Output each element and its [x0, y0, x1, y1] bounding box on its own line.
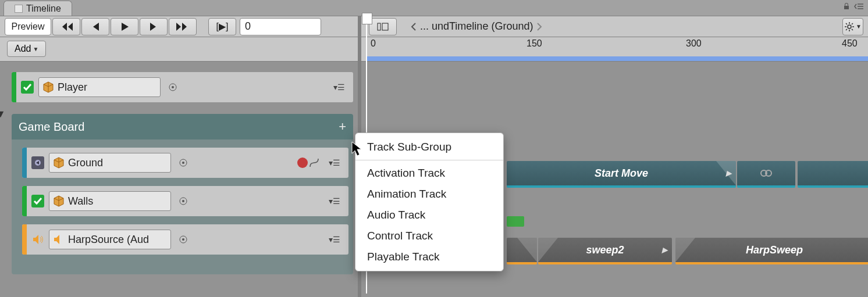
group-add-button[interactable]: +	[339, 119, 346, 134]
clip-loop-section[interactable]	[737, 161, 795, 188]
walls-binding-field[interactable]: Walls	[49, 191, 171, 211]
ruler-tick-0: 0	[371, 38, 376, 49]
ground-binding-label: Ground	[68, 157, 103, 169]
menu-animation-track[interactable]: Animation Track	[355, 184, 503, 205]
clip-play-icon: ▶	[726, 169, 731, 177]
menu-control-track[interactable]: Control Track	[355, 226, 503, 246]
track-menu-icon[interactable]: ▾☰	[333, 83, 345, 92]
play-button[interactable]	[111, 18, 138, 35]
gameobject-cube-icon	[42, 81, 54, 93]
binding-picker-icon[interactable]	[168, 82, 178, 92]
svg-rect-1	[382, 23, 388, 30]
clip-play-icon: ▶	[662, 246, 667, 254]
clip-sweep2-label: sweep2	[586, 244, 624, 256]
menu-separator	[355, 160, 503, 160]
binding-picker-icon[interactable]	[178, 158, 188, 168]
preview-label: Preview	[12, 22, 45, 32]
animation-track-icon[interactable]	[30, 155, 45, 170]
timeline-mode-button[interactable]	[369, 18, 397, 35]
play-icon	[120, 22, 129, 31]
curves-icon[interactable]	[309, 158, 319, 168]
mouse-cursor-icon	[351, 141, 364, 157]
menu-activation-track[interactable]: Activation Track	[355, 163, 503, 184]
settings-button[interactable]: ▼	[842, 18, 863, 35]
chevron-down-icon: ▼	[856, 23, 862, 30]
lock-icon[interactable]	[842, 2, 851, 10]
group-foldout-icon[interactable]: ▼	[0, 108, 6, 120]
svg-point-14	[182, 238, 184, 241]
goto-end-button[interactable]	[169, 18, 197, 35]
add-track-context-menu: Track Sub-Group Activation Track Animati…	[355, 133, 504, 271]
tab-bar: Timeline	[0, 0, 868, 16]
chevron-right-icon	[536, 22, 542, 31]
clip-activation[interactable]	[507, 216, 524, 227]
audio-track-icon[interactable]	[30, 232, 45, 247]
breadcrumb-label: ... undTimeline (Ground)	[420, 20, 533, 33]
skip-start-icon	[60, 22, 73, 31]
track-group-gameboard[interactable]: Game Board +	[12, 114, 353, 139]
menu-playable-track[interactable]: Playable Track	[355, 246, 503, 267]
window-menu-icon[interactable]	[854, 2, 863, 10]
prev-frame-button[interactable]	[81, 18, 109, 35]
menu-track-subgroup[interactable]: Track Sub-Group	[355, 137, 503, 158]
preview-button[interactable]: Preview	[5, 18, 51, 35]
step-fwd-icon	[149, 22, 158, 31]
svg-point-5	[172, 86, 174, 88]
next-frame-button[interactable]	[140, 18, 168, 35]
svg-point-9	[182, 162, 184, 164]
clip-sweep2[interactable]: sweep2 ▶	[538, 238, 672, 264]
binding-picker-icon[interactable]	[178, 234, 188, 245]
player-binding-field[interactable]: Player	[38, 77, 161, 97]
timeline-tab-icon	[15, 5, 23, 13]
frame-field[interactable]: 0	[240, 18, 321, 35]
menu-audio-track[interactable]: Audio Track	[355, 205, 503, 226]
binding-picker-icon[interactable]	[178, 196, 188, 206]
breadcrumb[interactable]: ... undTimeline (Ground)	[411, 20, 542, 33]
track-ground[interactable]: Ground ▾☰	[22, 148, 348, 178]
walls-binding-label: Walls	[68, 195, 93, 207]
frame-value: 0	[245, 20, 251, 33]
gameobject-cube-icon	[53, 195, 65, 207]
ground-binding-field[interactable]: Ground	[49, 153, 171, 173]
play-range-button[interactable]: [▶]	[208, 18, 236, 35]
clip-teal-3[interactable]	[798, 161, 868, 188]
svg-point-12	[182, 200, 184, 202]
clip-harpsweep[interactable]: HarpSweep	[675, 238, 868, 264]
track-player[interactable]: Player ▾☰	[12, 72, 353, 102]
chevron-down-icon: ▼	[33, 46, 38, 52]
clip-audio-stub[interactable]	[507, 238, 537, 264]
loop-icon	[760, 167, 773, 180]
track-color-audio	[22, 224, 27, 255]
gear-icon	[844, 22, 855, 32]
tab-bar-misc	[842, 2, 863, 10]
frames-mode-icon	[376, 22, 389, 31]
goto-start-button[interactable]	[52, 18, 80, 35]
timeline-tab[interactable]: Timeline	[3, 1, 72, 16]
track-color-animation	[22, 148, 27, 178]
clip-fade-icon	[517, 238, 537, 262]
track-walls[interactable]: Walls ▾☰	[22, 186, 348, 216]
activation-toggle-icon[interactable]	[20, 80, 35, 95]
clip-fade-icon	[538, 238, 558, 262]
ruler-tick-150: 150	[527, 38, 542, 49]
record-button[interactable]	[297, 158, 308, 168]
step-back-icon	[91, 22, 100, 31]
timeline-tab-label: Timeline	[26, 3, 61, 14]
harp-binding-field[interactable]: HarpSource (Aud	[49, 230, 171, 249]
time-ruler[interactable]: 0 150 300 450	[358, 37, 868, 62]
track-menu-icon[interactable]: ▾☰	[329, 235, 340, 244]
ruler-tick-300: 300	[686, 38, 702, 49]
toolbar: Preview [▶] 0 ... undTimeline (Ground) ▼	[0, 16, 868, 37]
gameobject-cube-icon	[53, 157, 65, 169]
track-menu-icon[interactable]: ▾☰	[329, 158, 340, 167]
add-track-button[interactable]: Add ▼	[7, 41, 46, 57]
track-menu-icon[interactable]: ▾☰	[329, 196, 340, 206]
track-harp[interactable]: HarpSource (Aud ▾☰	[22, 224, 348, 255]
clip-start-move-label: Start Move	[595, 167, 648, 180]
ruler-range-bar	[366, 56, 868, 61]
activation-toggle-icon[interactable]	[30, 194, 45, 209]
clip-start-move[interactable]: Start Move ▶	[507, 161, 736, 188]
harp-binding-label: HarpSource (Aud	[68, 234, 149, 246]
ruler-tick-450: 450	[842, 38, 858, 49]
audiosource-icon	[53, 234, 65, 245]
